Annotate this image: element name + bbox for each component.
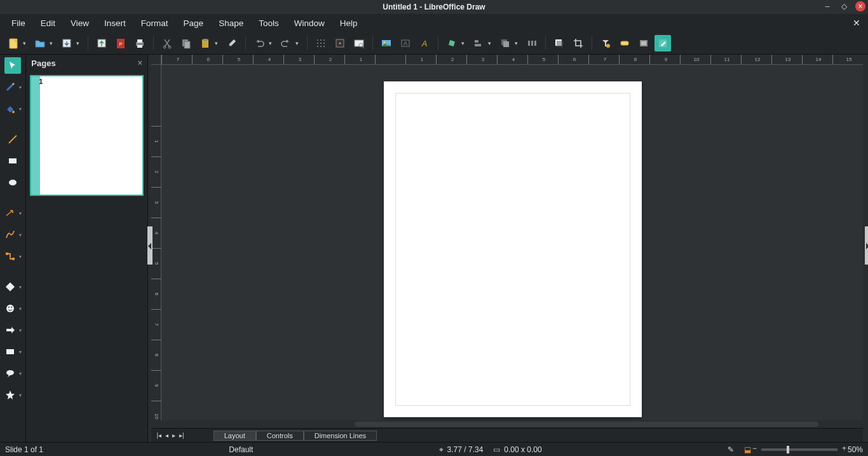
undo-icon[interactable] — [251, 35, 268, 52]
tab-layout[interactable]: Layout — [214, 431, 256, 441]
menu-tools[interactable]: Tools — [251, 16, 287, 31]
block-arrows-icon[interactable] — [2, 322, 18, 338]
save-dropdown[interactable]: ▾ — [76, 40, 83, 46]
maximize-button[interactable]: ◇ — [839, 1, 849, 11]
toggle-extrusion-icon[interactable] — [635, 35, 652, 52]
print-icon[interactable] — [132, 35, 148, 52]
svg-text:A: A — [403, 40, 407, 46]
arrange-dropdown[interactable]: ▾ — [515, 40, 521, 46]
curve-dropdown[interactable]: ▾ — [19, 232, 24, 238]
flowchart-icon[interactable] — [2, 343, 18, 360]
status-zoom[interactable]: 50% — [848, 445, 863, 454]
gluepoints-icon[interactable] — [616, 35, 633, 52]
line-color-icon[interactable] — [2, 79, 18, 95]
image-icon[interactable] — [378, 35, 395, 52]
menu-edit[interactable]: Edit — [33, 16, 63, 31]
horizontal-scrollbar[interactable] — [151, 420, 863, 428]
tab-dimension[interactable]: Dimension Lines — [304, 431, 377, 441]
crop-icon[interactable] — [570, 35, 587, 52]
export-icon[interactable] — [93, 35, 110, 52]
nav-last[interactable]: ▸| — [179, 432, 184, 439]
select-icon[interactable] — [4, 57, 21, 74]
pages-panel-close[interactable]: × — [138, 59, 142, 67]
distribute-icon[interactable] — [524, 35, 540, 52]
transform-icon[interactable] — [444, 35, 460, 52]
menu-format[interactable]: Format — [133, 16, 176, 31]
close-button[interactable]: × — [855, 1, 865, 11]
new-icon[interactable] — [5, 35, 22, 52]
panel-splitter-right[interactable] — [863, 55, 868, 442]
helplines-icon[interactable] — [332, 35, 348, 52]
transform-dropdown[interactable]: ▾ — [461, 40, 468, 46]
textbox-icon[interactable]: A — [397, 35, 414, 52]
menu-file[interactable]: File — [4, 16, 33, 31]
arrow-icon[interactable] — [2, 205, 18, 221]
symbol-shapes-icon[interactable] — [2, 300, 18, 317]
pdf-icon[interactable]: P — [112, 35, 129, 52]
canvas[interactable] — [161, 65, 863, 420]
align-icon[interactable] — [470, 35, 487, 52]
connector-dropdown[interactable]: ▾ — [19, 254, 24, 259]
save-icon[interactable] — [58, 35, 75, 52]
panel-splitter-left[interactable] — [148, 55, 152, 442]
signature-icon[interactable]: ✎ — [728, 445, 734, 454]
rectangle-icon[interactable] — [4, 153, 21, 169]
page-1[interactable] — [384, 81, 642, 417]
zoom-icon[interactable] — [351, 35, 367, 52]
menu-view[interactable]: View — [63, 16, 97, 31]
basic-shapes-icon[interactable] — [2, 279, 18, 295]
callout-dropdown[interactable]: ▾ — [19, 371, 24, 377]
show-draw-icon[interactable] — [654, 35, 671, 52]
filter-icon[interactable] — [597, 35, 614, 52]
stars-dropdown[interactable]: ▾ — [19, 392, 24, 398]
menu-shape[interactable]: Shape — [211, 16, 251, 31]
minimize-button[interactable]: – — [822, 1, 832, 11]
curve-icon[interactable] — [2, 226, 18, 243]
callout-icon[interactable] — [2, 365, 18, 382]
symbol-dropdown[interactable]: ▾ — [19, 306, 24, 312]
blockarrow-dropdown[interactable]: ▾ — [19, 328, 24, 333]
new-dropdown[interactable]: ▾ — [23, 40, 29, 46]
arrange-icon[interactable] — [497, 35, 513, 52]
open-icon[interactable] — [32, 35, 48, 52]
fill-color-dropdown[interactable]: ▾ — [19, 106, 24, 112]
line-icon[interactable] — [4, 131, 21, 148]
zoom-slider[interactable] — [761, 448, 837, 451]
page-thumbnail-number: 1 — [39, 78, 43, 85]
undo-dropdown[interactable]: ▾ — [269, 40, 275, 46]
nav-first[interactable]: |◂ — [156, 432, 161, 439]
redo-icon[interactable] — [278, 35, 294, 52]
ruler-vertical[interactable]: 12345678910 — [151, 65, 161, 420]
open-dropdown[interactable]: ▾ — [50, 40, 56, 46]
ellipse-icon[interactable] — [4, 174, 21, 191]
shadow-icon[interactable] — [551, 35, 567, 52]
status-style[interactable]: Default — [229, 445, 253, 454]
menu-insert[interactable]: Insert — [97, 16, 133, 31]
page-thumbnail[interactable]: 1 — [30, 75, 144, 196]
arrow-dropdown[interactable]: ▾ — [19, 211, 24, 216]
menu-window[interactable]: Window — [287, 16, 332, 31]
nav-next[interactable]: ▸ — [172, 432, 175, 439]
save-status-icon[interactable]: ⬓ — [744, 445, 751, 454]
line-color-dropdown[interactable]: ▾ — [19, 85, 24, 90]
tab-controls[interactable]: Controls — [256, 431, 304, 441]
align-dropdown[interactable]: ▾ — [488, 40, 494, 46]
clone-format-icon[interactable] — [224, 35, 240, 52]
nav-prev[interactable]: ◂ — [165, 432, 168, 439]
grid-icon[interactable] — [313, 35, 329, 52]
redo-dropdown[interactable]: ▾ — [295, 40, 302, 46]
stars-icon[interactable] — [2, 387, 18, 403]
basic-shapes-dropdown[interactable]: ▾ — [19, 284, 24, 290]
fill-color-icon[interactable] — [2, 100, 18, 117]
connector-icon[interactable] — [2, 248, 18, 265]
document-close-button[interactable]: ✕ — [853, 18, 860, 28]
menu-help[interactable]: Help — [332, 16, 365, 31]
cut-icon[interactable] — [159, 35, 175, 52]
ruler-horizontal[interactable]: 7654321123456789101112131415 — [161, 55, 863, 65]
paste-dropdown[interactable]: ▾ — [215, 40, 221, 46]
menu-page[interactable]: Page — [176, 16, 212, 31]
flowchart-dropdown[interactable]: ▾ — [19, 349, 24, 355]
paste-icon[interactable] — [197, 35, 214, 52]
copy-icon[interactable] — [178, 35, 194, 52]
fontwork-icon[interactable]: A — [416, 35, 433, 52]
